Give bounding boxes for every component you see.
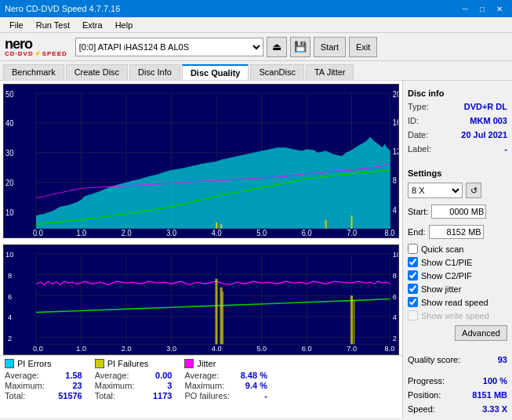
svg-text:10: 10 xyxy=(5,208,13,217)
start-button[interactable]: Start xyxy=(314,37,346,57)
jitter-avg-row: Average: 8.48 % xyxy=(184,371,267,380)
svg-text:0.0: 0.0 xyxy=(33,228,43,237)
svg-text:6.0: 6.0 xyxy=(302,228,312,237)
svg-rect-40 xyxy=(4,245,398,354)
svg-text:8: 8 xyxy=(8,270,12,279)
show-write-speed-checkbox[interactable] xyxy=(408,310,418,320)
disc-id-val: MKM 003 xyxy=(470,116,507,125)
maximize-button[interactable]: □ xyxy=(474,2,490,15)
jitter-avg-label: Average: xyxy=(184,371,219,380)
toolbar: nero CD·DVD⚡SPEED [0:0] ATAPI iHAS124 B … xyxy=(0,33,512,61)
tabs: Benchmark Create Disc Disc Info Disc Qua… xyxy=(0,61,512,81)
tab-scandisc[interactable]: ScanDisc xyxy=(250,64,303,80)
jitter-po-val: - xyxy=(236,391,267,400)
main-content: 50 40 30 20 10 20 16 12 8 4 0.0 1.0 2.0 … xyxy=(0,81,512,418)
title-bar-title: Nero CD-DVD Speed 4.7.7.16 xyxy=(5,4,120,13)
svg-text:8.0: 8.0 xyxy=(385,344,395,353)
close-button[interactable]: ✕ xyxy=(492,2,507,15)
show-c2pif-label: Show C2/PIF xyxy=(421,271,472,281)
show-c2pif-row: Show C2/PIF xyxy=(408,270,507,281)
minimize-button[interactable]: ─ xyxy=(457,2,473,15)
svg-text:4.0: 4.0 xyxy=(212,344,222,353)
quality-score-row: Quality score: 93 xyxy=(408,355,507,364)
show-c2pif-checkbox[interactable] xyxy=(408,270,418,281)
menu-run-test[interactable]: Run Test xyxy=(30,19,76,31)
tab-create-disc[interactable]: Create Disc xyxy=(66,64,128,80)
tab-benchmark[interactable]: Benchmark xyxy=(3,64,64,80)
tab-disc-quality[interactable]: Disc Quality xyxy=(182,64,249,80)
show-jitter-checkbox[interactable] xyxy=(408,284,418,294)
nero-logo-text: nero xyxy=(5,37,32,51)
pi-errors-header: PI Errors xyxy=(5,359,82,368)
svg-text:6: 6 xyxy=(393,291,397,300)
pi-failures-color xyxy=(95,359,104,368)
pi-errors-stats: PI Errors Average: 1.58 Maximum: 23 Tota… xyxy=(5,359,82,415)
eject-icon-btn[interactable]: ⏏ xyxy=(267,37,287,57)
svg-text:0.0: 0.0 xyxy=(33,344,43,353)
jitter-avg-val: 8.48 % xyxy=(236,371,267,380)
svg-text:10: 10 xyxy=(393,250,398,259)
end-row: End: xyxy=(408,225,507,239)
menu-file[interactable]: File xyxy=(3,19,30,31)
svg-text:4: 4 xyxy=(393,205,398,214)
svg-text:5.0: 5.0 xyxy=(256,344,267,353)
speed-row-2: Speed: 3.33 X xyxy=(408,404,507,414)
pi-failures-avg-val: 0.00 xyxy=(140,371,172,380)
quality-score-val: 93 xyxy=(498,355,507,364)
speed-val: 3.33 X xyxy=(482,404,507,414)
settings-refresh-btn[interactable]: ↺ xyxy=(466,183,481,198)
start-label: Start: xyxy=(408,207,428,216)
show-c1pie-label: Show C1/PIE xyxy=(421,258,472,267)
speed-label: Speed: xyxy=(408,404,435,414)
svg-text:10: 10 xyxy=(5,250,13,259)
svg-text:6: 6 xyxy=(8,291,12,300)
tab-ta-jitter[interactable]: TA Jitter xyxy=(306,64,354,80)
jitter-max-val: 9.4 % xyxy=(236,381,267,390)
start-input[interactable] xyxy=(431,205,486,219)
end-input[interactable] xyxy=(429,225,484,239)
pi-errors-avg-val: 1.58 xyxy=(51,371,82,380)
pi-errors-total-row: Total: 51576 xyxy=(5,391,82,400)
svg-text:3.0: 3.0 xyxy=(166,344,176,353)
title-bar-controls: ─ □ ✕ xyxy=(457,2,507,15)
svg-text:20: 20 xyxy=(5,179,13,187)
bottom-chart: 10 8 6 4 2 10 8 6 4 2 0.0 1.0 2.0 3.0 xyxy=(3,244,399,355)
advanced-button[interactable]: Advanced xyxy=(455,325,507,341)
end-label: End: xyxy=(408,227,426,237)
position-label: Position: xyxy=(408,390,441,400)
start-row: Start: xyxy=(408,205,507,219)
charts-wrapper: 50 40 30 20 10 20 16 12 8 4 0.0 1.0 2.0 … xyxy=(0,81,402,355)
tab-disc-info[interactable]: Disc Info xyxy=(129,64,180,80)
show-write-speed-label: Show write speed xyxy=(421,311,489,320)
save-icon-btn[interactable]: 💾 xyxy=(290,37,310,57)
jitter-label: Jitter xyxy=(197,359,216,368)
show-c1pie-checkbox[interactable] xyxy=(408,257,418,267)
pi-errors-avg-row: Average: 1.58 xyxy=(5,371,82,380)
pi-errors-max-row: Maximum: 23 xyxy=(5,381,82,390)
quick-scan-label: Quick scan xyxy=(421,244,463,254)
pi-failures-max-label: Maximum: xyxy=(95,381,135,390)
chart-stats-area: 50 40 30 20 10 20 16 12 8 4 0.0 1.0 2.0 … xyxy=(0,81,402,418)
progress-label: Progress: xyxy=(408,376,445,386)
pi-failures-label: PI Failures xyxy=(107,359,149,368)
svg-text:2: 2 xyxy=(393,334,397,342)
speed-select[interactable]: 8 X xyxy=(408,183,463,198)
svg-text:8: 8 xyxy=(393,176,397,184)
position-val: 8151 MB xyxy=(472,390,507,400)
exit-button[interactable]: Exit xyxy=(349,37,377,57)
right-panel: Disc info Type: DVD+R DL ID: MKM 003 Dat… xyxy=(402,81,512,418)
menu-help[interactable]: Help xyxy=(109,19,140,31)
pi-failures-stats: PI Failures Average: 0.00 Maximum: 3 Tot… xyxy=(95,359,172,415)
progress-val: 100 % xyxy=(483,376,507,386)
show-read-speed-checkbox[interactable] xyxy=(408,297,418,307)
show-c1pie-row: Show C1/PIE xyxy=(408,257,507,267)
disc-type-val: DVD+R DL xyxy=(464,102,507,111)
quick-scan-checkbox[interactable] xyxy=(408,244,418,254)
pi-errors-label: PI Errors xyxy=(17,359,51,368)
position-row: Position: 8151 MB xyxy=(408,390,507,400)
pi-errors-color xyxy=(5,359,14,368)
pi-failures-max-val: 3 xyxy=(140,381,172,390)
menu-extra[interactable]: Extra xyxy=(76,19,109,31)
drive-select[interactable]: [0:0] ATAPI iHAS124 B AL0S xyxy=(75,38,263,56)
svg-text:12: 12 xyxy=(393,147,398,156)
